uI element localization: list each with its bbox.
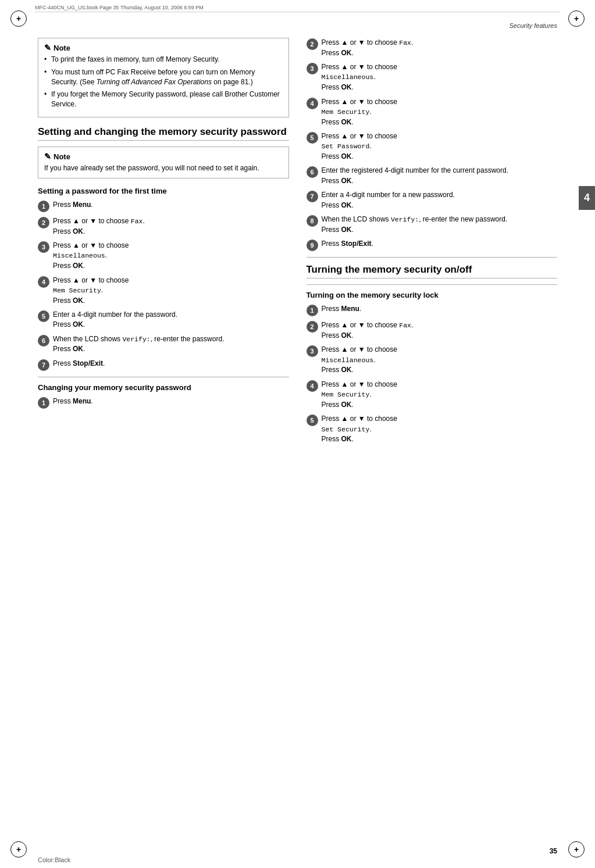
step-change-content-9: Press Stop/Exit. bbox=[322, 239, 373, 249]
reg-mark-tl bbox=[10, 10, 27, 27]
main-content: ✎ Note To print the faxes in memory, tur… bbox=[38, 32, 557, 839]
step-set-1: 1 Press Menu. bbox=[38, 200, 289, 212]
reg-mark-bl bbox=[10, 841, 27, 858]
step-on-content-3: Press ▲ or ▼ to chooseMiscellaneous.Pres… bbox=[322, 345, 397, 375]
step-change-num-5: 5 bbox=[307, 132, 318, 144]
step-on-content-4: Press ▲ or ▼ to chooseMem Security.Press… bbox=[322, 380, 397, 410]
steps-changing-start: 1 Press Menu. bbox=[38, 397, 289, 409]
step-on-num-2: 2 bbox=[307, 321, 318, 333]
step-change-num-1: 1 bbox=[38, 397, 49, 409]
step-change-num-2: 2 bbox=[307, 38, 318, 50]
step-num-2: 2 bbox=[38, 217, 49, 228]
step-num-5: 5 bbox=[38, 310, 49, 322]
step-set-6: 6 When the LCD shows Verify:, re-enter t… bbox=[38, 334, 289, 355]
step-on-content-1: Press Menu. bbox=[322, 304, 362, 314]
step-on-num-5: 5 bbox=[307, 415, 318, 426]
step-content-1: Press Menu. bbox=[53, 200, 93, 210]
step-change-6: 6 Enter the registered 4-digit number fo… bbox=[307, 166, 558, 186]
divider-3 bbox=[307, 284, 558, 285]
page-number: 35 bbox=[550, 847, 557, 855]
step-content-5: Enter a 4-digit number for the password.… bbox=[53, 310, 177, 330]
step-change-content-4: Press ▲ or ▼ to chooseMem Security.Press… bbox=[322, 97, 397, 127]
step-content-6: When the LCD shows Verify:, re-enter the… bbox=[53, 334, 224, 355]
section2-heading: Turning the memory security on/off bbox=[307, 263, 558, 278]
step-content-4: Press ▲ or ▼ to chooseMem Security.Press… bbox=[53, 276, 129, 306]
divider-2 bbox=[307, 257, 558, 258]
note-box-1: ✎ Note To print the faxes in memory, tur… bbox=[38, 38, 289, 117]
step-change-content-6: Enter the registered 4-digit number for … bbox=[322, 166, 509, 186]
step-content-3: Press ▲ or ▼ to chooseMiscellaneous.Pres… bbox=[53, 241, 129, 271]
reg-mark-tr bbox=[568, 10, 585, 27]
pencil-icon-1: ✎ bbox=[44, 43, 51, 52]
step-change-content-1: Press Menu. bbox=[53, 397, 93, 406]
note-box-2: ✎ Note If you have already set the passw… bbox=[38, 147, 289, 178]
step-change-3: 3 Press ▲ or ▼ to chooseMiscellaneous.Pr… bbox=[307, 62, 558, 92]
step-num-6: 6 bbox=[38, 335, 49, 347]
step-change-7: 7 Enter a 4-digit number for a new passw… bbox=[307, 190, 558, 210]
page: MFC-440CN_UG_US.book Page 35 Thursday, A… bbox=[0, 0, 595, 868]
step-set-2: 2 Press ▲ or ▼ to choose Fax.Press OK. bbox=[38, 216, 289, 237]
step-change-content-7: Enter a 4-digit number for a new passwor… bbox=[322, 190, 455, 210]
chapter-tab: 4 bbox=[579, 186, 595, 210]
step-set-3: 3 Press ▲ or ▼ to chooseMiscellaneous.Pr… bbox=[38, 241, 289, 271]
right-column: 2 Press ▲ or ▼ to choose Fax.Press OK. 3… bbox=[307, 32, 558, 839]
step-on-1: 1 Press Menu. bbox=[307, 304, 558, 316]
step-change-5: 5 Press ▲ or ▼ to chooseSet Password.Pre… bbox=[307, 131, 558, 162]
steps-changing-rest: 2 Press ▲ or ▼ to choose Fax.Press OK. 3… bbox=[307, 38, 558, 251]
step-set-7: 7 Press Stop/Exit. bbox=[38, 359, 289, 371]
note-list-1: To print the faxes in memory, turn off M… bbox=[44, 55, 283, 109]
step-on-num-4: 4 bbox=[307, 380, 318, 392]
note-text-2: If you have already set the password, yo… bbox=[44, 163, 283, 173]
step-num-7: 7 bbox=[38, 359, 49, 371]
step-content-2: Press ▲ or ▼ to choose Fax.Press OK. bbox=[53, 216, 145, 237]
step-change-4: 4 Press ▲ or ▼ to chooseMem Security.Pre… bbox=[307, 97, 558, 127]
step-num-1: 1 bbox=[38, 201, 49, 212]
step-on-content-2: Press ▲ or ▼ to choose Fax.Press OK. bbox=[322, 320, 414, 341]
step-change-num-3: 3 bbox=[307, 63, 318, 74]
step-change-9: 9 Press Stop/Exit. bbox=[307, 239, 558, 251]
step-on-num-1: 1 bbox=[307, 305, 318, 316]
step-change-num-8: 8 bbox=[307, 215, 318, 227]
step-change-8: 8 When the LCD shows Verify:, re-enter t… bbox=[307, 215, 558, 235]
steps-set-password: 1 Press Menu. 2 Press ▲ or ▼ to choose F… bbox=[38, 200, 289, 371]
step-change-content-2: Press ▲ or ▼ to choose Fax.Press OK. bbox=[322, 38, 414, 58]
step-set-4: 4 Press ▲ or ▼ to chooseMem Security.Pre… bbox=[38, 276, 289, 306]
section1-heading: Setting and changing the memory security… bbox=[38, 126, 289, 141]
step-change-num-4: 4 bbox=[307, 98, 318, 109]
step-on-4: 4 Press ▲ or ▼ to chooseMem Security.Pre… bbox=[307, 380, 558, 410]
step-on-3: 3 Press ▲ or ▼ to chooseMiscellaneous.Pr… bbox=[307, 345, 558, 375]
sub-heading-1: Setting a password for the first time bbox=[38, 187, 289, 195]
note-title-1: ✎ Note bbox=[44, 43, 283, 52]
note-item-1-2: You must turn off PC Fax Receive before … bbox=[44, 67, 283, 87]
step-change-2: 2 Press ▲ or ▼ to choose Fax.Press OK. bbox=[307, 38, 558, 58]
step-num-4: 4 bbox=[38, 276, 49, 288]
step-change-1: 1 Press Menu. bbox=[38, 397, 289, 409]
reg-mark-br bbox=[568, 841, 585, 858]
step-on-num-3: 3 bbox=[307, 345, 318, 357]
step-change-num-7: 7 bbox=[307, 191, 318, 202]
step-on-content-5: Press ▲ or ▼ to chooseSet Security.Press… bbox=[322, 414, 397, 444]
step-change-num-6: 6 bbox=[307, 166, 318, 178]
divider-1 bbox=[38, 377, 289, 377]
step-num-3: 3 bbox=[38, 241, 49, 253]
step-change-num-9: 9 bbox=[307, 240, 318, 251]
top-bar-text: MFC-440CN_UG_US.book Page 35 Thursday, A… bbox=[35, 5, 204, 10]
step-set-5: 5 Enter a 4-digit number for the passwor… bbox=[38, 310, 289, 330]
sub-heading-turn-on: Turning on the memory security lock bbox=[307, 291, 558, 299]
step-on-5: 5 Press ▲ or ▼ to chooseSet Security.Pre… bbox=[307, 414, 558, 444]
steps-turn-on: 1 Press Menu. 2 Press ▲ or ▼ to choose F… bbox=[307, 304, 558, 444]
page-header: Security features bbox=[509, 22, 557, 29]
note-item-1-3: If you forget the Memory Security passwo… bbox=[44, 90, 283, 109]
step-on-2: 2 Press ▲ or ▼ to choose Fax.Press OK. bbox=[307, 320, 558, 341]
step-content-7: Press Stop/Exit. bbox=[53, 359, 105, 369]
left-column: ✎ Note To print the faxes in memory, tur… bbox=[38, 32, 289, 839]
note-title-2: ✎ Note bbox=[44, 152, 283, 161]
step-change-content-3: Press ▲ or ▼ to chooseMiscellaneous.Pres… bbox=[322, 62, 397, 92]
header-title: Security features bbox=[509, 22, 557, 29]
note-item-1-1: To print the faxes in memory, turn off M… bbox=[44, 55, 283, 65]
pencil-icon-2: ✎ bbox=[44, 152, 51, 161]
sub-heading-changing: Changing your memory security password bbox=[38, 383, 289, 392]
step-change-content-5: Press ▲ or ▼ to chooseSet Password.Press… bbox=[322, 131, 397, 162]
top-bar: MFC-440CN_UG_US.book Page 35 Thursday, A… bbox=[35, 5, 560, 12]
color-label: Color:Black bbox=[38, 856, 70, 863]
